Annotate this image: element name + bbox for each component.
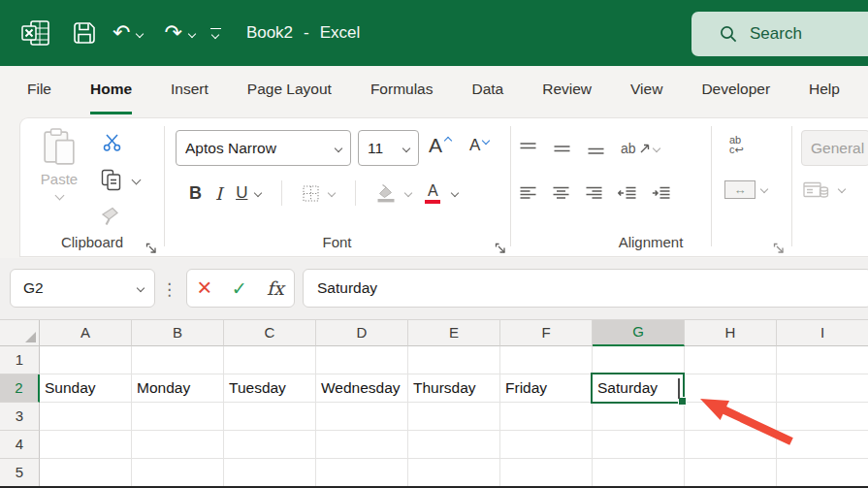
formula-input[interactable]: Saturday xyxy=(303,269,868,308)
align-right-button[interactable] xyxy=(585,186,603,200)
cell[interactable] xyxy=(316,431,408,459)
enter-button[interactable]: ✓ xyxy=(232,277,247,300)
redo-dropdown-chevron-icon[interactable] xyxy=(188,30,196,38)
cell[interactable] xyxy=(408,403,500,431)
row-header-1[interactable]: 1 xyxy=(0,346,40,374)
cell[interactable] xyxy=(132,431,224,459)
row-header-3[interactable]: 3 xyxy=(0,403,40,431)
cell[interactable] xyxy=(593,403,685,431)
middle-align-button[interactable] xyxy=(553,142,571,155)
tab-review[interactable]: Review xyxy=(542,66,592,114)
decrease-indent-button[interactable] xyxy=(618,186,637,200)
row-header-2-selected[interactable]: 2 xyxy=(0,374,40,403)
customize-quick-access-toolbar-button[interactable] xyxy=(210,28,221,38)
tab-file[interactable]: File xyxy=(27,66,51,114)
cell[interactable] xyxy=(500,403,593,431)
clipboard-dialog-launcher[interactable] xyxy=(145,241,158,253)
column-header-f[interactable]: F xyxy=(500,320,593,346)
tab-page-layout[interactable]: Page Layout xyxy=(247,66,332,114)
column-header-d[interactable]: D xyxy=(316,320,408,346)
cancel-button[interactable]: × xyxy=(197,275,211,300)
cut-button[interactable] xyxy=(100,131,123,154)
cell[interactable] xyxy=(132,346,224,374)
cell[interactable] xyxy=(132,459,224,487)
cell[interactable] xyxy=(685,431,777,459)
font-family-combobox[interactable]: Aptos Narrow xyxy=(176,130,351,166)
cell[interactable] xyxy=(40,459,132,487)
font-color-dropdown-chevron-icon[interactable] xyxy=(451,189,459,197)
cell[interactable] xyxy=(132,403,224,431)
cell[interactable] xyxy=(40,346,132,374)
cell[interactable] xyxy=(685,374,777,403)
cell[interactable] xyxy=(593,431,685,459)
column-header-c[interactable]: C xyxy=(224,320,316,346)
cell[interactable] xyxy=(500,431,593,459)
format-painter-button[interactable] xyxy=(98,204,123,229)
tab-data[interactable]: Data xyxy=(471,66,503,114)
cell[interactable] xyxy=(40,403,132,431)
font-dialog-launcher[interactable] xyxy=(495,241,507,253)
decrease-font-size-button[interactable]: A xyxy=(469,136,489,155)
cell[interactable] xyxy=(685,346,777,374)
orientation-dropdown-chevron-icon[interactable] xyxy=(652,145,659,152)
cell[interactable] xyxy=(316,346,408,374)
borders-dropdown-chevron-icon[interactable] xyxy=(328,189,336,197)
column-header-a[interactable]: A xyxy=(40,320,132,346)
search-input[interactable]: Search xyxy=(691,12,868,56)
tab-formulas[interactable]: Formulas xyxy=(370,66,434,114)
row-header-5[interactable]: 5 xyxy=(0,459,40,487)
column-header-g-selected[interactable]: G xyxy=(593,320,685,346)
paste-button[interactable]: Paste xyxy=(28,126,90,225)
cell[interactable] xyxy=(224,346,316,374)
font-color-button[interactable]: A xyxy=(425,183,440,204)
save-icon[interactable] xyxy=(68,20,101,46)
orientation-button[interactable]: ab xyxy=(621,141,659,156)
cell[interactable] xyxy=(685,403,777,431)
increase-font-size-button[interactable]: A xyxy=(429,134,451,157)
excel-app-icon[interactable] xyxy=(19,19,52,47)
column-header-e[interactable]: E xyxy=(408,320,500,346)
tab-developer[interactable]: Developer xyxy=(701,66,770,114)
cell[interactable] xyxy=(224,431,316,459)
cell[interactable] xyxy=(224,403,316,431)
alignment-dialog-launcher[interactable] xyxy=(773,241,786,253)
top-align-button[interactable] xyxy=(519,142,537,155)
column-header-i[interactable]: I xyxy=(777,320,868,346)
undo-button[interactable]: ↶ xyxy=(113,22,143,44)
cell-e2[interactable]: Thursday xyxy=(408,374,500,403)
cell-d2[interactable]: Wednesday xyxy=(316,374,408,403)
cell[interactable] xyxy=(224,459,316,487)
select-all-button[interactable] xyxy=(0,320,40,346)
cell[interactable] xyxy=(40,431,132,459)
copy-button[interactable] xyxy=(98,167,123,192)
tab-home[interactable]: Home xyxy=(90,66,132,114)
tab-insert[interactable]: Insert xyxy=(171,66,209,114)
align-center-button[interactable] xyxy=(552,186,570,200)
cell[interactable] xyxy=(777,346,868,374)
cell-b2[interactable]: Monday xyxy=(132,374,224,403)
number-format-combobox[interactable]: General xyxy=(801,130,868,166)
wrap-text-button[interactable]: ab c↩ xyxy=(729,135,744,154)
undo-dropdown-chevron-icon[interactable] xyxy=(136,30,144,38)
cell[interactable] xyxy=(408,459,500,487)
underline-dropdown-chevron-icon[interactable] xyxy=(254,189,262,197)
merge-dropdown-chevron-icon[interactable] xyxy=(760,185,768,193)
accounting-dropdown-chevron-icon[interactable] xyxy=(838,185,846,193)
row-header-4[interactable]: 4 xyxy=(0,431,40,459)
insert-function-button[interactable]: fx xyxy=(267,277,284,299)
redo-button[interactable]: ↷ xyxy=(164,22,194,44)
cell[interactable] xyxy=(593,459,685,487)
align-left-button[interactable] xyxy=(519,186,537,200)
cell[interactable] xyxy=(316,403,408,431)
column-header-b[interactable]: B xyxy=(132,320,224,346)
paste-dropdown-chevron-icon[interactable] xyxy=(54,191,64,201)
fill-color-button[interactable] xyxy=(376,184,396,203)
fill-color-dropdown-chevron-icon[interactable] xyxy=(404,189,412,197)
cell[interactable] xyxy=(408,346,500,374)
cell[interactable] xyxy=(777,403,868,431)
cell-c2[interactable]: Tuesday xyxy=(224,374,316,403)
cell[interactable] xyxy=(316,459,408,487)
cell[interactable] xyxy=(777,374,868,403)
tab-help[interactable]: Help xyxy=(809,66,840,114)
copy-dropdown-chevron-icon[interactable] xyxy=(132,176,142,185)
